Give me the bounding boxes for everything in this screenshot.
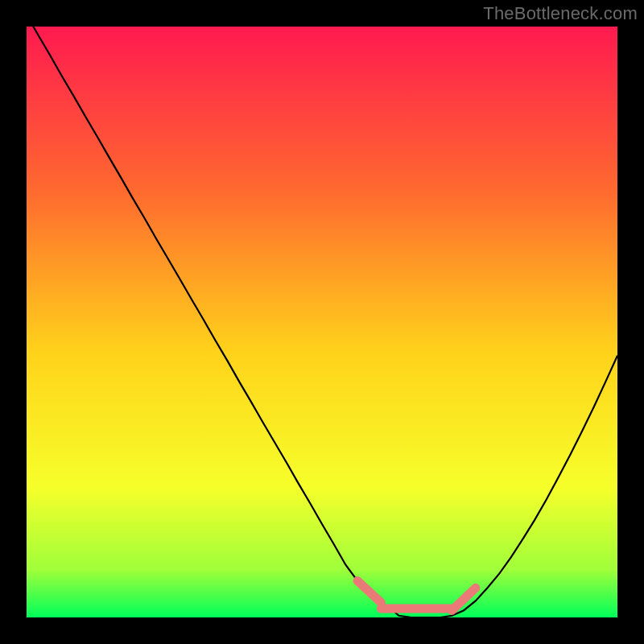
chart-frame: TheBottleneck.com — [0, 0, 644, 644]
chart-plot-area — [27, 27, 617, 617]
watermark-text: TheBottleneck.com — [483, 3, 638, 24]
chart-svg — [27, 27, 617, 617]
